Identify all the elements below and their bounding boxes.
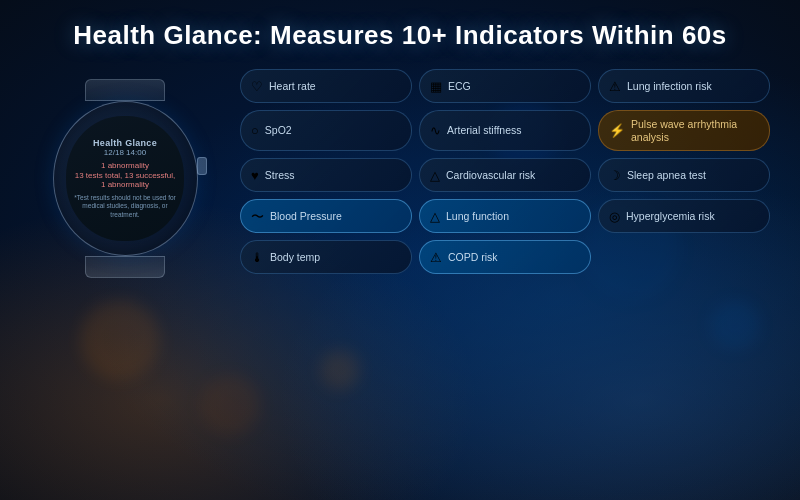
lung-function-icon: △ [430, 210, 440, 223]
indicator-sleep-apnea[interactable]: ☽Sleep apnea test [598, 158, 770, 192]
indicator-pulse-wave[interactable]: ⚡Pulse wave arrhythmia analysis [598, 110, 770, 151]
sleep-apnea-icon: ☽ [609, 169, 621, 182]
heart-rate-label: Heart rate [269, 80, 316, 93]
watch-screen: Health Glance 12/18 14:00 1 abnormality … [66, 116, 184, 241]
watch-crown [197, 157, 207, 175]
hyperglycemia-risk-label: Hyperglycemia risk [626, 210, 715, 223]
watch-disclaimer: *Test results should not be used for med… [74, 194, 176, 219]
blood-pressure-icon: 〜 [251, 210, 264, 223]
page-title: Health Glance: Measures 10+ Indicators W… [30, 20, 770, 51]
spo2-icon: ○ [251, 124, 259, 137]
indicator-copd-risk[interactable]: ⚠COPD risk [419, 240, 591, 274]
watch-strap-bottom [85, 256, 165, 278]
main-content: Health Glance: Measures 10+ Indicators W… [0, 0, 800, 500]
watch-datetime: 12/18 14:00 [104, 148, 146, 157]
cardiovascular-risk-icon: △ [430, 169, 440, 182]
indicators-grid: ♡Heart rate▦ECG⚠Lung infection risk○SpO2… [240, 69, 770, 274]
cardiovascular-risk-label: Cardiovascular risk [446, 169, 535, 182]
smartwatch: Health Glance 12/18 14:00 1 abnormality … [48, 79, 203, 264]
lung-infection-risk-icon: ⚠ [609, 80, 621, 93]
indicator-heart-rate[interactable]: ♡Heart rate [240, 69, 412, 103]
hyperglycemia-risk-icon: ◎ [609, 210, 620, 223]
indicator-body-temp[interactable]: 🌡Body temp [240, 240, 412, 274]
ecg-label: ECG [448, 80, 471, 93]
ecg-icon: ▦ [430, 80, 442, 93]
indicator-cardiovascular-risk[interactable]: △Cardiovascular risk [419, 158, 591, 192]
indicator-blood-pressure[interactable]: 〜Blood Pressure [240, 199, 412, 233]
heart-rate-icon: ♡ [251, 80, 263, 93]
arterial-stiffness-icon: ∿ [430, 124, 441, 137]
copd-risk-icon: ⚠ [430, 251, 442, 264]
body-temp-label: Body temp [270, 251, 320, 264]
sleep-apnea-label: Sleep apnea test [627, 169, 706, 182]
body-temp-icon: 🌡 [251, 251, 264, 264]
pulse-wave-label: Pulse wave arrhythmia analysis [631, 118, 759, 143]
indicator-arterial-stiffness[interactable]: ∿Arterial stiffness [419, 110, 591, 151]
indicator-spo2[interactable]: ○SpO2 [240, 110, 412, 151]
watch-container: Health Glance 12/18 14:00 1 abnormality … [30, 79, 220, 264]
indicator-lung-function[interactable]: △Lung function [419, 199, 591, 233]
blood-pressure-label: Blood Pressure [270, 210, 342, 223]
main-area: Health Glance 12/18 14:00 1 abnormality … [30, 69, 770, 274]
lung-function-label: Lung function [446, 210, 509, 223]
lung-infection-risk-label: Lung infection risk [627, 80, 712, 93]
pulse-wave-icon: ⚡ [609, 124, 625, 137]
spo2-label: SpO2 [265, 124, 292, 137]
indicator-stress[interactable]: ♥Stress [240, 158, 412, 192]
stress-icon: ♥ [251, 169, 259, 182]
watch-brand: Health Glance [93, 138, 157, 148]
watch-abnormality-count: 1 abnormality 13 tests total, 13 success… [74, 161, 176, 190]
indicator-lung-infection-risk[interactable]: ⚠Lung infection risk [598, 69, 770, 103]
indicator-hyperglycemia-risk[interactable]: ◎Hyperglycemia risk [598, 199, 770, 233]
copd-risk-label: COPD risk [448, 251, 498, 264]
stress-label: Stress [265, 169, 295, 182]
indicator-ecg[interactable]: ▦ECG [419, 69, 591, 103]
watch-body: Health Glance 12/18 14:00 1 abnormality … [53, 101, 198, 256]
watch-strap-top [85, 79, 165, 101]
arterial-stiffness-label: Arterial stiffness [447, 124, 522, 137]
